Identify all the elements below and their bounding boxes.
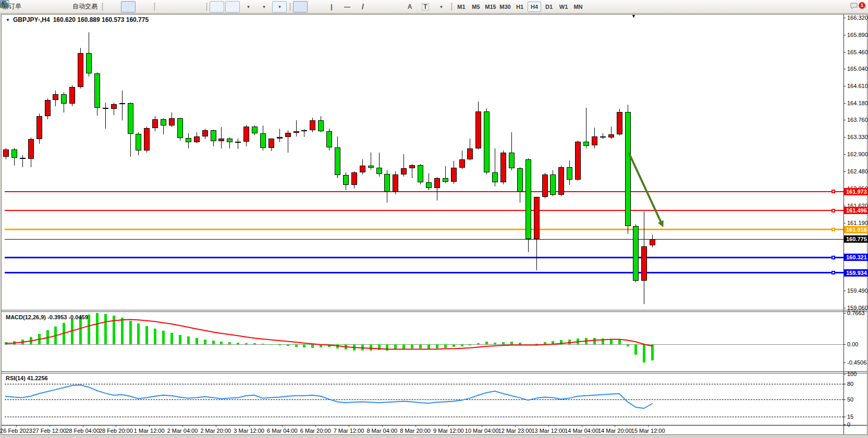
toolbar-grip <box>288 3 291 11</box>
search-icon <box>0 0 8 8</box>
equidistant-channel-button[interactable]: E <box>371 1 386 12</box>
auto-scroll-button[interactable] <box>210 1 224 12</box>
line-chart-button[interactable] <box>137 1 151 12</box>
timeframe-button-m1[interactable]: M1 <box>455 2 468 12</box>
templates-button[interactable]: ▾ <box>272 1 287 12</box>
fibonacci-button[interactable]: F <box>387 1 401 12</box>
arrows-button[interactable]: ▾ <box>434 1 448 12</box>
trendline-button[interactable]: / <box>356 1 370 12</box>
timeframe-button-h4[interactable]: H4 <box>528 2 541 12</box>
chart-window[interactable]: ▼ GBPJPY-,H4 160.620 160.889 160.573 160… <box>1 14 867 435</box>
toolbar-grip <box>205 3 208 11</box>
strategy-tester-button[interactable] <box>40 1 54 12</box>
price-tag: 161.496 <box>844 207 868 214</box>
ohlc-values: 160.620 160.889 160.573 160.775 <box>53 16 149 23</box>
macd-label: MACD(12,26,9) -0.3953 -0.0459 <box>6 314 88 320</box>
chart-shift-button[interactable] <box>225 1 240 12</box>
cursor-button[interactable] <box>293 1 308 12</box>
new-objects-group: ▾ ▾ ▾ <box>240 1 287 13</box>
bar-chart-button[interactable] <box>105 1 120 12</box>
price-tag: 161.973 <box>844 188 868 195</box>
trade-group: 新订单 自动交易 <box>0 1 100 13</box>
objects-group: | — / E F A T ▾ <box>292 1 449 13</box>
timeframe-button-w1[interactable]: W1 <box>557 2 570 12</box>
toolbar-grip <box>450 3 453 11</box>
search-button[interactable] <box>833 1 848 12</box>
macd-signal-line <box>6 319 652 349</box>
text-tool-icon: A <box>408 3 412 10</box>
zoom-group <box>157 1 204 13</box>
trendline-icon: / <box>362 3 364 11</box>
text-label-icon: T <box>422 3 429 10</box>
zoom-out-button[interactable] <box>173 1 188 12</box>
price-tag: 160.321 <box>844 254 868 261</box>
chevron-down-icon: ▾ <box>440 4 443 9</box>
price-tag: 160.775 <box>844 235 868 243</box>
chevron-down-icon: ▾ <box>247 4 250 9</box>
text-label-button[interactable]: T <box>418 1 433 12</box>
scroll-group <box>209 1 240 13</box>
price-tag: 161.018 <box>844 226 868 233</box>
rsi-line <box>6 385 652 408</box>
chart-title: ▼ GBPJPY-,H4 160.620 160.889 160.573 160… <box>6 16 149 23</box>
timeframe-button-m5[interactable]: M5 <box>469 2 483 12</box>
vertical-line-button[interactable]: | <box>324 1 339 12</box>
price-tag: 159.934 <box>844 269 868 277</box>
chart-type-group <box>105 1 152 13</box>
crosshair-button[interactable] <box>309 1 323 12</box>
horizontal-line-icon: — <box>344 3 350 10</box>
toolbar-grip <box>153 3 156 11</box>
symbol-period-label: GBPJPY-,H4 <box>13 16 50 23</box>
text-button[interactable]: A <box>402 1 417 12</box>
chart-canvas[interactable]: 166.320165.890165.460165.040164.610164.1… <box>2 15 867 434</box>
autotrading-label: 自动交易 <box>72 2 97 11</box>
timeframe-button-m15[interactable]: M15 <box>484 2 497 12</box>
autotrading-button[interactable]: 自动交易 <box>71 1 99 12</box>
tile-windows-button[interactable] <box>189 1 203 12</box>
timeframe-button-h1[interactable]: H1 <box>513 2 527 12</box>
window-menu-icon[interactable]: ▼ <box>6 18 10 22</box>
timeframe-button-mn[interactable]: MN <box>571 2 585 12</box>
zoom-in-button[interactable] <box>157 1 172 12</box>
chevron-down-icon: ▾ <box>263 4 265 9</box>
chevron-down-icon: ▾ <box>278 4 281 9</box>
candlestick-chart-button[interactable] <box>121 1 136 12</box>
toolbar-grip <box>101 3 104 11</box>
vertical-line-icon: | <box>331 3 332 10</box>
notification-badge: 1 <box>859 2 865 9</box>
toolbar: 新订单 自动交易 <box>0 0 868 14</box>
chat-bubble-icon <box>850 2 859 10</box>
rsi-label: RSI(14) 41.2256 <box>6 375 48 381</box>
timeframe-button-m30[interactable]: M30 <box>498 2 512 12</box>
periods-button[interactable]: ▾ <box>256 1 271 12</box>
timeframe-button-d1[interactable]: D1 <box>542 2 556 12</box>
alerts-button[interactable] <box>55 1 70 12</box>
metaeditor-button[interactable] <box>24 1 39 12</box>
arrow-annotation[interactable] <box>629 153 662 223</box>
notifications-button[interactable]: 1 <box>849 1 864 12</box>
chart-lines-overlay <box>2 15 867 434</box>
timeframes-group: M1M5M15M30H1H4D1W1MN <box>454 1 585 13</box>
new-chart-button[interactable]: ▾ <box>241 1 255 12</box>
horizontal-line-button[interactable]: — <box>340 1 354 12</box>
